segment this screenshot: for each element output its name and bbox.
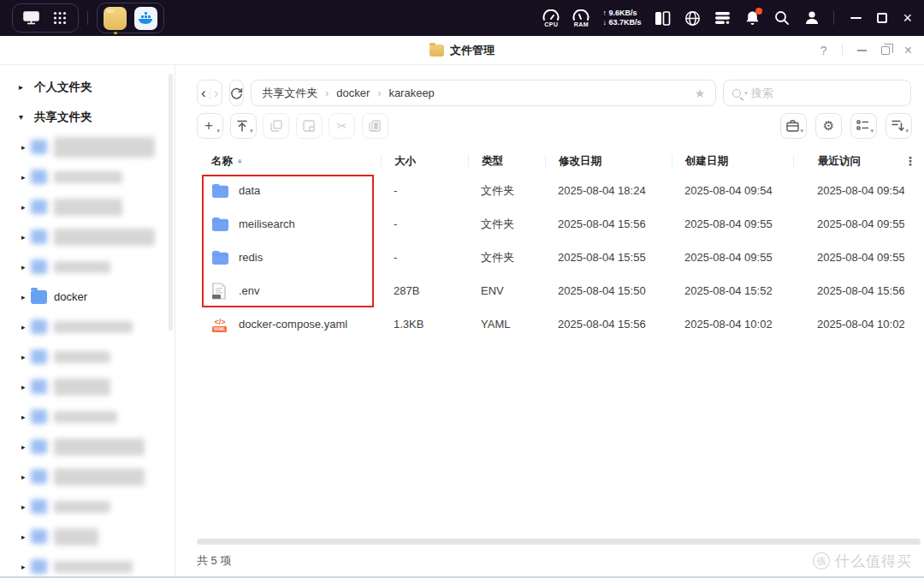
horizontal-scrollbar[interactable] <box>197 539 921 545</box>
sidebar-scrollbar[interactable] <box>169 74 173 331</box>
global-search-icon[interactable] <box>773 9 791 27</box>
file-name: .env <box>239 284 260 297</box>
main-panel: ‹ › 共享文件夹›docker›karakeep ★ ▾ + <box>176 65 924 576</box>
sidebar-item-blurred[interactable]: ▸ <box>0 162 175 192</box>
sidebar-item-blurred[interactable]: ▸ <box>0 521 175 551</box>
caret-right-icon[interactable]: ▸ <box>21 173 31 182</box>
sidebar-section-shared[interactable]: ▾共享文件夹 <box>0 102 175 132</box>
sidebar-item-blurred[interactable]: ▸ <box>0 372 175 402</box>
sidebar-item-blurred[interactable]: ▸ <box>0 222 175 252</box>
history-buttons: ‹ › <box>197 80 222 106</box>
desktop-maximize-icon[interactable] <box>877 13 887 23</box>
docker-app-icon[interactable] <box>134 7 157 30</box>
forward-button[interactable]: › <box>210 86 222 100</box>
caret-right-icon[interactable]: ▸ <box>21 323 31 331</box>
duplicate-button[interactable] <box>362 113 388 139</box>
caret-right-icon[interactable]: ▸ <box>21 203 31 212</box>
window-close-icon[interactable]: × <box>904 44 912 57</box>
blurred-folder-icon <box>31 439 47 454</box>
settings-button[interactable]: ⚙ <box>815 113 842 139</box>
sidebar-item-blurred[interactable]: ▸ <box>0 252 175 282</box>
sort-button[interactable]: ▾ <box>886 113 912 139</box>
ram-monitor[interactable]: RAM <box>572 9 589 27</box>
column-header-type[interactable]: 类型 <box>468 155 545 167</box>
column-header-name[interactable]: 名称 ▲ ▼ <box>197 155 381 167</box>
caret-right-icon[interactable]: ▸ <box>21 533 31 541</box>
window-restore-icon[interactable] <box>881 46 890 55</box>
blurred-content <box>31 559 133 574</box>
desktop-minimize-icon[interactable] <box>850 17 862 19</box>
sidebar-item-blurred[interactable]: ▸ <box>0 551 175 576</box>
new-item-button[interactable]: + ▾ <box>197 113 223 139</box>
paste-button[interactable] <box>296 113 323 139</box>
sidebar-item-blurred[interactable]: ▸ <box>0 432 175 462</box>
sidebar-item-blurred[interactable]: ▸ <box>0 342 175 372</box>
caret-right-icon[interactable]: ▸ <box>21 383 31 391</box>
blurred-content <box>31 409 117 424</box>
caret-right-icon[interactable]: ▸ <box>21 263 31 271</box>
column-header-modified[interactable]: 修改日期 <box>545 155 672 167</box>
user-account-icon[interactable] <box>803 9 820 27</box>
caret-right-icon[interactable]: ▸ <box>21 143 31 152</box>
cpu-monitor[interactable]: CPU <box>542 9 560 27</box>
table-row[interactable]: redis-文件夹2025-08-04 15:552025-08-04 09:5… <box>197 241 912 274</box>
table-row[interactable]: </>YAMLdocker-compose.yaml1.3KBYAML2025-… <box>197 307 912 341</box>
globe-language-icon[interactable] <box>684 9 701 27</box>
caret-right-icon[interactable]: ▸ <box>21 293 31 301</box>
network-speed[interactable]: ↑ 9.6KB/s ↓ 63.7KB/s <box>602 9 641 27</box>
blurred-folder-icon <box>31 200 47 214</box>
blurred-content <box>31 438 145 456</box>
caret-right-icon[interactable]: ▸ <box>21 233 31 241</box>
sidebar-item-blurred[interactable]: ▸ <box>0 462 175 492</box>
file-manager-app-icon[interactable] <box>104 7 127 30</box>
sidebar-item-blurred[interactable]: ▸ <box>0 402 175 432</box>
blurred-label <box>54 528 98 545</box>
desktop-icon[interactable] <box>22 9 39 27</box>
file-size-cell: 287B <box>381 284 468 297</box>
sidebar-item-blurred[interactable]: ▸ <box>0 192 175 222</box>
table-row[interactable]: data-文件夹2025-08-04 18:242025-08-04 09:54… <box>197 174 912 207</box>
search-scope-caret-icon[interactable]: ▾ <box>744 90 748 97</box>
refresh-button[interactable] <box>229 80 244 106</box>
breadcrumb-segment[interactable]: karakeep <box>388 86 434 99</box>
sidebar-item-blurred[interactable]: ▸ <box>0 312 175 342</box>
caret-right-icon[interactable]: ▸ <box>21 443 31 451</box>
breadcrumb-segment[interactable]: 共享文件夹 <box>262 86 317 101</box>
notifications-bell-icon[interactable] <box>743 9 761 27</box>
cut-button[interactable]: ✂ <box>329 113 355 139</box>
widgets-panel-icon[interactable] <box>654 9 671 27</box>
caret-right-icon[interactable]: ▸ <box>21 503 31 511</box>
sidebar-section-personal[interactable]: ▸个人文件夹 <box>0 72 175 102</box>
caret-right-icon[interactable]: ▸ <box>21 473 31 481</box>
sidebar-item-docker[interactable]: ▸docker <box>0 282 175 312</box>
tools-button[interactable]: ▾ <box>780 113 807 139</box>
view-mode-button[interactable]: ▾ <box>850 113 877 139</box>
desktop-close-icon[interactable]: × <box>903 10 912 26</box>
column-header-size[interactable]: 大小 <box>381 155 468 167</box>
caret-right-icon[interactable]: ▸ <box>19 82 27 92</box>
upload-button[interactable]: ▾ <box>230 113 257 139</box>
caret-right-icon[interactable]: ▸ <box>21 413 31 421</box>
caret-right-icon[interactable]: ▸ <box>21 353 31 361</box>
search-input[interactable] <box>751 86 902 99</box>
back-button[interactable]: ‹ <box>198 86 210 100</box>
column-header-accessed[interactable]: 最近访问 <box>793 155 904 167</box>
column-options-kebab-icon[interactable]: ⋮ <box>904 154 924 168</box>
app-grid-icon[interactable] <box>51 9 68 27</box>
caret-down-icon[interactable]: ▾ <box>19 112 27 122</box>
blurred-folder-icon <box>31 379 47 394</box>
table-row[interactable]: meilisearch-文件夹2025-08-04 15:562025-08-0… <box>197 207 912 241</box>
help-icon[interactable]: ? <box>820 44 827 57</box>
copy-button[interactable] <box>263 113 289 139</box>
gear-icon: ⚙ <box>823 118 834 134</box>
sidebar-item-blurred[interactable]: ▸ <box>0 132 175 162</box>
search-box[interactable]: ▾ <box>723 80 911 106</box>
task-queue-icon[interactable] <box>714 9 731 27</box>
favorite-star-icon[interactable]: ★ <box>695 86 706 100</box>
column-header-created[interactable]: 创建日期 <box>672 155 793 167</box>
sidebar-item-blurred[interactable]: ▸ <box>0 492 175 521</box>
breadcrumb-segment[interactable]: docker <box>336 86 370 99</box>
table-row[interactable]: .env287BENV2025-08-04 15:502025-08-04 15… <box>197 274 912 307</box>
caret-right-icon[interactable]: ▸ <box>21 563 31 571</box>
window-minimize-icon[interactable] <box>857 50 867 51</box>
